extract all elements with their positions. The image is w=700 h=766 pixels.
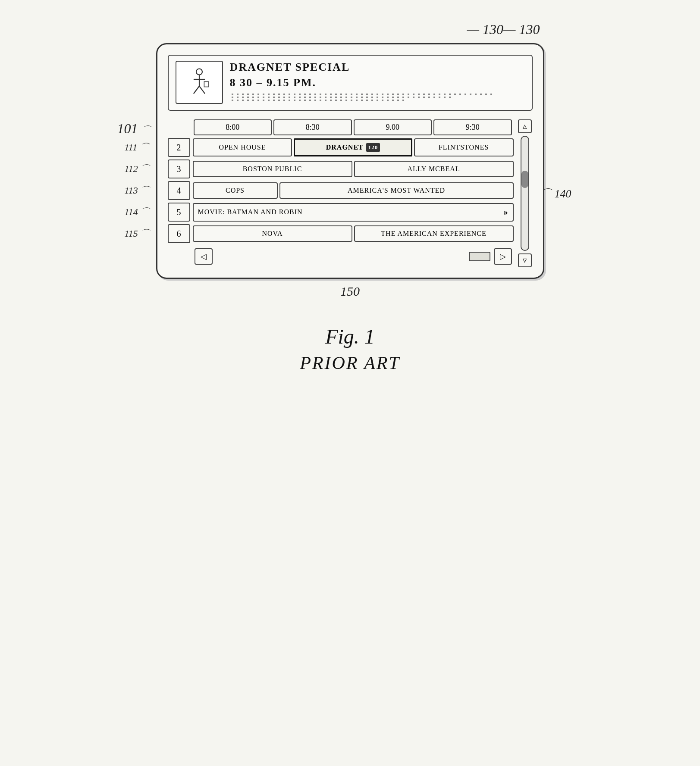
device-wrapper: — 130 101 ⌒ [156,43,544,299]
program-cops[interactable]: Cops [193,182,278,199]
annotation-140: ⌒ 140 [540,186,571,201]
nav-bar: ◁ ▷ [168,246,514,267]
svg-rect-5 [204,81,209,87]
annotation-130: — 130 [467,22,540,38]
channel-3-programs: Boston Public Ally McBeal [193,161,514,177]
record-badge-120: 120 [366,143,380,152]
time-cell-930: 9:30 [433,119,512,135]
wavy-line-1 [230,94,496,95]
annotation-111: 111 ⌒ [125,141,149,154]
info-text: Dragnet Special 8 30 – 9.15 pm. [230,61,525,105]
thumbnail-image [184,67,214,97]
time-cell-830: 8:30 [273,119,352,135]
channel-num-2[interactable]: 2 [168,138,190,157]
channel-2-programs: Open House Dragnet 120 Flintstones [193,138,514,156]
scroll-track [521,136,529,251]
program-open-house[interactable]: Open House [193,138,292,156]
channel-5-programs: Movie: Batman and Robin » [193,203,514,222]
program-american-experience[interactable]: The American Experience [354,225,514,242]
channel-num-6[interactable]: 6 [168,224,190,243]
grid-area: 8:00 8:30 9.00 9:30 111 ⌒ 2 Open House D… [168,119,533,267]
time-cell-900: 9.00 [354,119,432,135]
program-batman[interactable]: Movie: Batman and Robin » [193,203,514,222]
annotation-150: 150 [156,284,544,299]
program-boston-public[interactable]: Boston Public [193,161,352,177]
channel-num-5[interactable]: 5 [168,203,190,222]
program-americas-most-wanted[interactable]: America's Most Wanted [279,182,514,199]
channel-row-2: 111 ⌒ 2 Open House Dragnet 120 Flintston… [168,138,514,157]
figure-subtitle: Prior Art [300,353,400,373]
channel-row-6: 115 ⌒ 6 Nova The American Experience [168,224,514,243]
thumbnail [176,61,223,104]
annotation-114: 114 ⌒ [125,206,150,219]
info-title-line1: Dragnet Special [230,61,525,74]
svg-line-3 [193,86,199,94]
tv-device: Dragnet Special 8 30 – 9.15 pm. 8:00 8:3… [156,43,544,279]
channel-row-4: 113 ⌒ 4 Cops America's Most Wanted [168,181,514,200]
program-ally-mcbeal[interactable]: Ally McBeal [354,161,514,177]
channel-4-programs: Cops America's Most Wanted [193,182,514,199]
grid-content: 8:00 8:30 9.00 9:30 111 ⌒ 2 Open House D… [168,119,514,267]
progress-indicator [469,252,490,261]
program-dragnet[interactable]: Dragnet 120 [294,138,412,156]
overflow-icon: » [504,207,509,217]
scroll-right-button[interactable]: ▷ [494,248,512,265]
scroll-up-button[interactable]: △ [518,119,532,133]
channel-num-4[interactable]: 4 [168,181,190,200]
svg-point-0 [196,69,202,75]
scroll-thumb[interactable] [521,171,528,188]
scrollbar: ⌒ 140 △ ▽ [517,119,533,267]
channel-num-3[interactable]: 3 [168,159,190,178]
time-row: 8:00 8:30 9.00 9:30 [168,119,514,135]
figure-number: Fig. 1 [300,325,400,348]
channel-row-3: 112 ⌒ 3 Boston Public Ally McBeal [168,159,514,178]
channel-row-5: 114 ⌒ 5 Movie: Batman and Robin » [168,203,514,222]
annotation-101: 101 ⌒ [117,121,151,137]
scroll-down-button[interactable]: ▽ [518,253,532,267]
figure-caption: Fig. 1 Prior Art [300,325,400,373]
annotation-112: 112 ⌒ [125,163,150,175]
time-cell-800: 8:00 [194,119,272,135]
info-description [230,94,525,101]
program-flintstones[interactable]: Flintstones [414,138,514,156]
info-panel: Dragnet Special 8 30 – 9.15 pm. [168,55,533,111]
program-nova[interactable]: Nova [193,225,352,242]
wavy-line-2 [230,97,451,98]
annotation-113: 113 ⌒ [125,184,150,197]
scroll-left-button[interactable]: ◁ [195,248,213,265]
info-title-line2: 8 30 – 9.15 pm. [230,76,525,89]
wavy-line-3 [230,100,407,101]
channel-6-programs: Nova The American Experience [193,225,514,242]
annotation-115: 115 ⌒ [125,227,150,240]
